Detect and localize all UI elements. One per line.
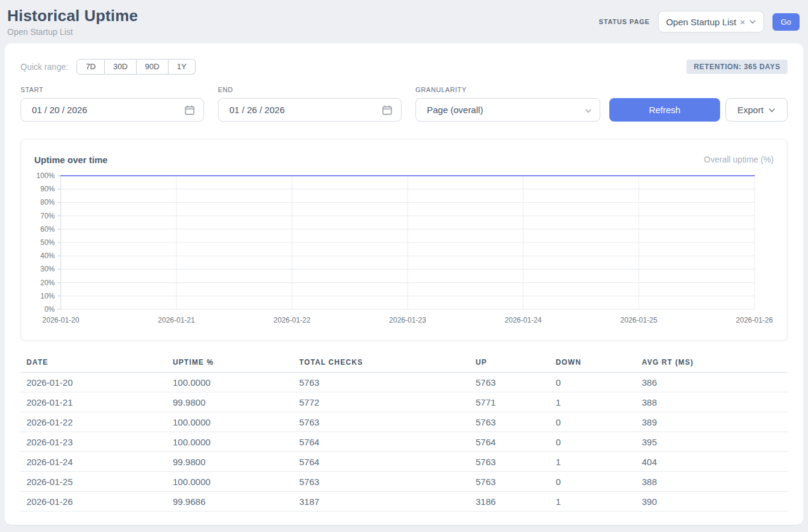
end-date-value: 01 / 26 / 2026 [229, 105, 285, 115]
cell-avg-rt-ms: 388 [636, 472, 788, 492]
chart-header: Uptime over time Overall uptime (%) [34, 153, 774, 166]
cell-avg-rt-ms: 389 [636, 412, 788, 432]
export-button[interactable]: Export [726, 98, 788, 122]
chart-plot-area: 0%10%20%30%40%50%60%70%80%90%100%2026-01… [34, 171, 774, 331]
granularity-select[interactable]: Page (overall) [415, 98, 600, 122]
svg-text:10%: 10% [40, 292, 55, 300]
svg-text:60%: 60% [40, 225, 55, 234]
svg-text:40%: 40% [40, 252, 55, 260]
cell-uptime: 99.9800 [167, 392, 293, 412]
cell-date: 2026-01-20 [20, 373, 167, 392]
uptime-table: DATEUPTIME %TOTAL CHECKSUPDOWNAVG RT (MS… [20, 354, 788, 512]
cell-date: 2026-01-26 [20, 492, 167, 512]
cell-up: 5763 [470, 373, 550, 392]
cell-up: 5763 [470, 472, 550, 492]
svg-text:50%: 50% [40, 238, 55, 247]
svg-text:70%: 70% [40, 212, 55, 220]
cell-date: 2026-01-23 [20, 432, 167, 452]
cell-total-checks: 5764 [293, 452, 470, 472]
go-button[interactable]: Go [772, 13, 800, 31]
cell-uptime: 99.9800 [167, 452, 293, 472]
cell-down: 0 [550, 472, 636, 492]
col-header-total-checks: TOTAL CHECKS [293, 354, 470, 373]
uptime-chart-card: Uptime over time Overall uptime (%) 0%10… [20, 139, 788, 341]
header-right: STATUS PAGE Open Startup List × Go [599, 11, 800, 32]
end-label: END [218, 86, 402, 93]
cell-up: 5771 [470, 392, 550, 412]
cell-down: 0 [550, 373, 636, 392]
cell-date: 2026-01-21 [20, 392, 167, 412]
x-axis-label: 2026-01-26 [736, 316, 773, 324]
x-axis-label: 2026-01-24 [505, 316, 542, 324]
table-row: 2026-01-2699.9686318731861390 [20, 492, 788, 512]
main-panel: Quick range: 7D30D90D1Y RETENTION: 365 D… [5, 43, 803, 525]
table-row: 2026-01-23100.0000576457640395 [20, 432, 788, 452]
refresh-button[interactable]: Refresh [609, 98, 720, 122]
end-date-input[interactable]: 01 / 26 / 2026 [218, 98, 402, 122]
quick-range-1y[interactable]: 1Y [169, 59, 196, 75]
cell-uptime: 100.0000 [167, 373, 293, 392]
cell-down: 0 [550, 432, 636, 452]
cell-avg-rt-ms: 404 [636, 452, 788, 472]
cell-uptime: 99.9686 [167, 492, 293, 512]
cell-up: 5764 [470, 432, 550, 452]
cell-down: 0 [550, 412, 636, 432]
svg-text:100%: 100% [36, 172, 55, 180]
cell-total-checks: 5764 [293, 432, 470, 452]
quick-range-label: Quick range: [20, 62, 68, 72]
col-header-up: UP [470, 354, 550, 373]
table-header-row: DATEUPTIME %TOTAL CHECKSUPDOWNAVG RT (MS… [20, 354, 788, 373]
cell-total-checks: 5772 [293, 392, 470, 412]
quick-range-group: 7D30D90D1Y [76, 59, 195, 75]
retention-badge: RETENTION: 365 DAYS [686, 60, 788, 74]
col-header-uptime: UPTIME % [167, 354, 293, 373]
cell-total-checks: 5763 [293, 472, 470, 492]
cell-up: 5763 [470, 452, 550, 472]
cell-down: 1 [550, 392, 636, 412]
cell-total-checks: 3187 [293, 492, 470, 512]
x-axis-label: 2026-01-25 [620, 316, 657, 324]
calendar-icon[interactable] [382, 105, 393, 116]
cell-up: 5763 [470, 412, 550, 432]
x-axis-label: 2026-01-20 [42, 316, 79, 324]
clear-icon[interactable]: × [740, 17, 745, 27]
status-page-value: Open Startup List [666, 17, 736, 27]
quick-range-row: Quick range: 7D30D90D1Y RETENTION: 365 D… [20, 59, 788, 75]
svg-text:20%: 20% [40, 279, 55, 287]
svg-text:90%: 90% [40, 185, 55, 193]
quick-range-90d[interactable]: 90D [137, 59, 169, 75]
cell-down: 1 [550, 452, 636, 472]
export-label: Export [738, 105, 763, 115]
chevron-down-icon [584, 107, 591, 114]
cell-date: 2026-01-22 [20, 412, 167, 432]
cell-avg-rt-ms: 386 [636, 373, 788, 392]
granularity-field: GRANULARITY Page (overall) [415, 86, 600, 122]
table-head: DATEUPTIME %TOTAL CHECKSUPDOWNAVG RT (MS… [20, 354, 788, 373]
svg-text:80%: 80% [40, 198, 55, 206]
chevron-down-icon [768, 107, 775, 114]
quick-range-7d[interactable]: 7D [76, 59, 105, 75]
table-row: 2026-01-25100.0000576357630388 [20, 472, 788, 492]
page-title: Historical Uptime [7, 7, 138, 25]
chevron-down-icon [749, 18, 756, 25]
cell-total-checks: 5763 [293, 373, 470, 392]
cell-total-checks: 5763 [293, 412, 470, 432]
page-subtitle: Open Startup List [7, 27, 138, 37]
col-header-down: DOWN [550, 354, 636, 373]
title-block: Historical Uptime Open Startup List [7, 7, 138, 37]
cell-date: 2026-01-24 [20, 452, 167, 472]
cell-uptime: 100.0000 [167, 412, 293, 432]
table-body: 2026-01-20100.00005763576303862026-01-21… [20, 373, 788, 512]
quick-range-30d[interactable]: 30D [105, 59, 137, 75]
chart-legend: Overall uptime (%) [704, 155, 774, 164]
x-axis-label: 2026-01-21 [158, 316, 195, 324]
table-row: 2026-01-2199.9800577257711388 [20, 392, 788, 412]
calendar-icon[interactable] [184, 105, 195, 116]
granularity-value: Page (overall) [427, 105, 483, 115]
cell-up: 3186 [470, 492, 550, 512]
status-page-select[interactable]: Open Startup List × [658, 11, 764, 32]
table-row: 2026-01-2499.9800576457631404 [20, 452, 788, 472]
col-header-date: DATE [20, 354, 167, 373]
start-date-input[interactable]: 01 / 20 / 2026 [20, 98, 204, 122]
col-header-avg-rt-ms: AVG RT (MS) [636, 354, 788, 373]
